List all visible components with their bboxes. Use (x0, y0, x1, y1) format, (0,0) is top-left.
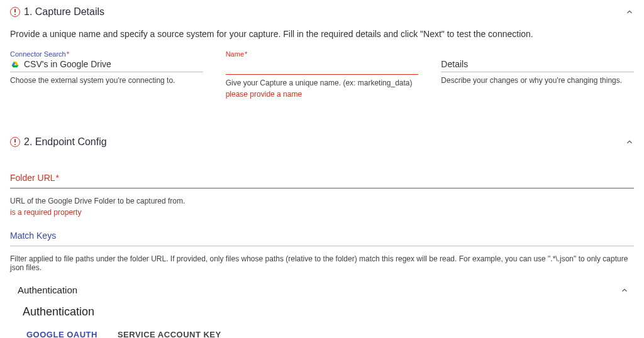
authentication-section-header[interactable]: Authentication (0, 272, 644, 299)
google-drive-icon (10, 59, 20, 69)
match-keys-label: Match Keys (10, 231, 634, 241)
chevron-up-icon (620, 286, 629, 295)
section-capture-details-title: 1. Capture Details (24, 6, 104, 18)
name-label: Name* (226, 50, 419, 58)
warning-icon (10, 137, 20, 147)
details-label[interactable]: Details (441, 59, 634, 72)
capture-details-intro: Provide a unique name and specify a sour… (0, 24, 644, 50)
connector-search-help: Choose the external system you're connec… (10, 76, 203, 85)
chevron-up-icon (625, 8, 634, 16)
warning-icon (10, 7, 20, 17)
match-keys-help: Filter applied to file paths under the f… (10, 254, 634, 272)
auth-tabs: GOOGLE OAUTH SERVICE ACCOUNT KEY (3, 326, 644, 338)
match-keys-input[interactable] (10, 246, 634, 246)
folder-url-error: is a required property (10, 208, 634, 217)
svg-marker-2 (12, 65, 19, 67)
connector-search-input[interactable]: CSV's in Google Drive (10, 59, 203, 72)
chevron-up-icon (625, 138, 634, 146)
details-help: Describe your changes or why you're chan… (441, 76, 634, 85)
tab-google-oauth[interactable]: GOOGLE OAUTH (25, 326, 99, 338)
section-endpoint-config-header[interactable]: 2. Endpoint Config (0, 130, 644, 154)
section-capture-details-header[interactable]: 1. Capture Details (0, 0, 644, 24)
section-endpoint-config-title: 2. Endpoint Config (24, 136, 107, 148)
connector-search-label: Connector Search* (10, 50, 203, 58)
authentication-section-label: Authentication (18, 285, 77, 295)
tab-service-account-key[interactable]: SERVICE ACCOUNT KEY (116, 326, 223, 338)
folder-url-input[interactable] (10, 188, 634, 188)
connector-search-value: CSV's in Google Drive (24, 59, 111, 69)
name-help: Give your Capture a unique name. (ex: ma… (226, 79, 419, 87)
folder-url-label: Folder URL* (10, 173, 634, 183)
name-input[interactable] (226, 59, 419, 75)
name-error: please provide a name (226, 90, 419, 99)
authentication-title: Authentication (0, 299, 644, 326)
folder-url-help: URL of the Google Drive Folder to be cap… (10, 197, 634, 205)
